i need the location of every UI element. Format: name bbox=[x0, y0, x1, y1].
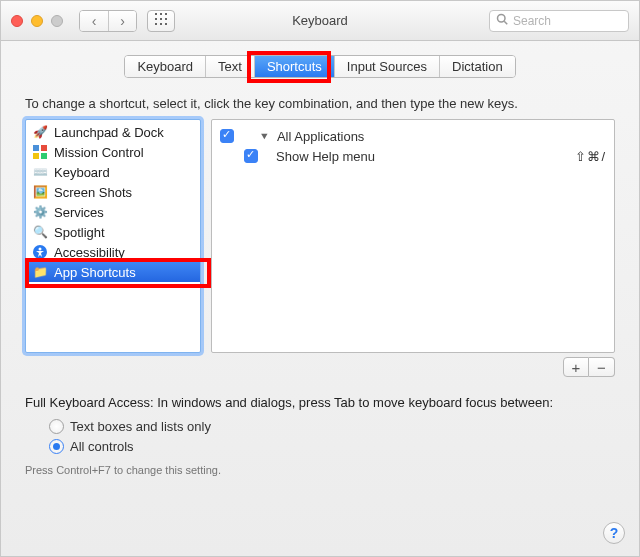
mission-control-icon bbox=[32, 144, 48, 160]
add-remove-control: + − bbox=[25, 357, 615, 377]
radio-all-controls[interactable] bbox=[49, 439, 64, 454]
search-input[interactable] bbox=[513, 14, 622, 28]
category-spotlight[interactable]: 🔍 Spotlight bbox=[26, 222, 200, 242]
svg-rect-6 bbox=[155, 23, 157, 25]
show-all-button[interactable] bbox=[147, 10, 175, 32]
svg-rect-8 bbox=[165, 23, 167, 25]
svg-rect-1 bbox=[160, 13, 162, 15]
fka-hint: Press Control+F7 to change this setting. bbox=[25, 464, 615, 476]
group-checkbox[interactable] bbox=[220, 129, 234, 143]
content: To change a shortcut, select it, click t… bbox=[1, 88, 639, 556]
help-button[interactable]: ? bbox=[603, 522, 625, 544]
category-label: Screen Shots bbox=[54, 185, 132, 200]
search-field[interactable] bbox=[489, 10, 629, 32]
chevron-right-icon: › bbox=[120, 13, 125, 29]
add-button[interactable]: + bbox=[563, 357, 589, 377]
chevron-left-icon: ‹ bbox=[92, 13, 97, 29]
category-mission-control[interactable]: Mission Control bbox=[26, 142, 200, 162]
back-button[interactable]: ‹ bbox=[80, 11, 108, 31]
svg-rect-0 bbox=[155, 13, 157, 15]
tabs-row: Keyboard Text Shortcuts Input Sources Di… bbox=[1, 41, 639, 88]
category-list[interactable]: 🚀 Launchpad & Dock Mission Control ⌨️ Ke… bbox=[25, 119, 201, 353]
shortcut-checkbox[interactable] bbox=[244, 149, 258, 163]
window-title: Keyboard bbox=[292, 13, 348, 28]
svg-rect-12 bbox=[41, 145, 47, 151]
category-label: Mission Control bbox=[54, 145, 144, 160]
fka-option-text-only[interactable]: Text boxes and lists only bbox=[49, 416, 615, 436]
services-icon: ⚙️ bbox=[32, 204, 48, 220]
svg-rect-7 bbox=[160, 23, 162, 25]
radio-text-only[interactable] bbox=[49, 419, 64, 434]
tab-input-sources[interactable]: Input Sources bbox=[334, 56, 439, 77]
category-keyboard[interactable]: ⌨️ Keyboard bbox=[26, 162, 200, 182]
fka-radio-group: Text boxes and lists only All controls bbox=[49, 416, 615, 456]
tab-shortcuts[interactable]: Shortcuts bbox=[254, 56, 334, 77]
category-services[interactable]: ⚙️ Services bbox=[26, 202, 200, 222]
accessibility-icon bbox=[32, 244, 48, 260]
radio-label: Text boxes and lists only bbox=[70, 419, 211, 434]
remove-button[interactable]: − bbox=[589, 357, 615, 377]
minimize-icon[interactable] bbox=[31, 15, 43, 27]
tab-dictation[interactable]: Dictation bbox=[439, 56, 515, 77]
panes: 🚀 Launchpad & Dock Mission Control ⌨️ Ke… bbox=[25, 119, 615, 353]
svg-rect-2 bbox=[165, 13, 167, 15]
svg-rect-3 bbox=[155, 18, 157, 20]
instructions-text: To change a shortcut, select it, click t… bbox=[25, 96, 615, 111]
close-icon[interactable] bbox=[11, 15, 23, 27]
svg-rect-4 bbox=[160, 18, 162, 20]
keyboard-icon: ⌨️ bbox=[32, 164, 48, 180]
fka-label: Full Keyboard Access: In windows and dia… bbox=[25, 395, 615, 410]
tab-keyboard[interactable]: Keyboard bbox=[125, 56, 205, 77]
titlebar: ‹ › Keyboard bbox=[1, 1, 639, 41]
app-shortcuts-icon: 📁 bbox=[32, 264, 48, 280]
tabs: Keyboard Text Shortcuts Input Sources Di… bbox=[124, 55, 515, 78]
category-screen-shots[interactable]: 🖼️ Screen Shots bbox=[26, 182, 200, 202]
category-launchpad-dock[interactable]: 🚀 Launchpad & Dock bbox=[26, 122, 200, 142]
shortcut-row[interactable]: Show Help menu ⇧⌘/ bbox=[220, 146, 606, 166]
svg-rect-5 bbox=[165, 18, 167, 20]
search-icon bbox=[496, 13, 508, 28]
category-label: Services bbox=[54, 205, 104, 220]
help-icon: ? bbox=[610, 525, 619, 541]
category-label: Spotlight bbox=[54, 225, 105, 240]
svg-rect-13 bbox=[33, 153, 39, 159]
launchpad-icon: 🚀 bbox=[32, 124, 48, 140]
shortcut-keys[interactable]: ⇧⌘/ bbox=[575, 149, 606, 164]
forward-button[interactable]: › bbox=[108, 11, 136, 31]
shortcut-list[interactable]: ▼ All Applications Show Help menu ⇧⌘/ bbox=[211, 119, 615, 353]
svg-point-9 bbox=[498, 15, 506, 23]
disclosure-triangle-icon[interactable]: ▼ bbox=[259, 131, 270, 141]
tab-text[interactable]: Text bbox=[205, 56, 254, 77]
svg-line-10 bbox=[504, 21, 507, 24]
category-label: Accessibility bbox=[54, 245, 125, 260]
zoom-icon[interactable] bbox=[51, 15, 63, 27]
svg-point-16 bbox=[39, 248, 42, 251]
shortcut-label: Show Help menu bbox=[276, 149, 575, 164]
radio-label: All controls bbox=[70, 439, 134, 454]
svg-rect-14 bbox=[41, 153, 47, 159]
screenshots-icon: 🖼️ bbox=[32, 184, 48, 200]
category-label: App Shortcuts bbox=[54, 265, 136, 280]
traffic-lights bbox=[11, 15, 63, 27]
svg-rect-11 bbox=[33, 145, 39, 151]
fka-option-all-controls[interactable]: All controls bbox=[49, 436, 615, 456]
category-accessibility[interactable]: Accessibility bbox=[26, 242, 200, 262]
preferences-window: ‹ › Keyboard Keyboard Text Shortcuts Inp… bbox=[0, 0, 640, 557]
shortcut-group-row[interactable]: ▼ All Applications bbox=[220, 126, 606, 146]
category-label: Keyboard bbox=[54, 165, 110, 180]
spotlight-icon: 🔍 bbox=[32, 224, 48, 240]
category-app-shortcuts[interactable]: 📁 App Shortcuts bbox=[26, 262, 200, 282]
shortcut-group-label: All Applications bbox=[277, 129, 364, 144]
nav-segmented: ‹ › bbox=[79, 10, 137, 32]
category-label: Launchpad & Dock bbox=[54, 125, 164, 140]
grid-icon bbox=[155, 13, 167, 28]
